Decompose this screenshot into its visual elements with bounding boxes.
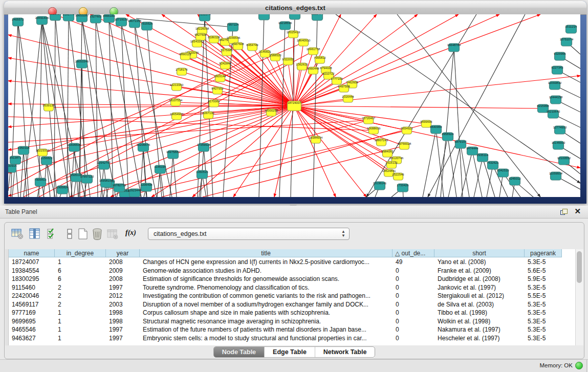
column-header-pagerank[interactable]: pagerank <box>525 249 562 257</box>
graph-edge[interactable] <box>294 106 391 165</box>
table-select-combo[interactable]: citations_edges.txt ▲▼ <box>148 228 350 240</box>
splitter-grip[interactable] <box>290 204 297 206</box>
vertical-scrollbar[interactable] <box>575 249 583 345</box>
graph-node-label: 19654903 <box>170 113 184 116</box>
graph-edge[interactable] <box>203 146 404 197</box>
graph-edge[interactable] <box>18 22 29 197</box>
column-header-short[interactable]: short <box>434 249 525 257</box>
graph-node-label: 16210643 <box>547 110 560 113</box>
network-canvas[interactable]: 2405572206914069519814919177410653287152… <box>8 14 580 197</box>
scrollbar-thumb[interactable] <box>577 251 582 283</box>
table-panel-header[interactable]: Table Panel ✕ <box>0 206 588 218</box>
graph-edge[interactable] <box>259 16 264 197</box>
float-panel-icon[interactable] <box>560 209 568 215</box>
table-row[interactable]: 911546021997Tourette syndrome. Phenomeno… <box>9 283 562 292</box>
tab-edge-table[interactable]: Edge Table <box>265 347 315 357</box>
table-cell: 0 <box>393 334 434 343</box>
graph-node-label: 10653287 <box>75 14 89 17</box>
graph-edge[interactable] <box>55 16 72 197</box>
table-cell: de Silva et al. (2003) <box>434 300 525 309</box>
graph-edge[interactable] <box>170 155 173 197</box>
graph-edge[interactable] <box>96 19 98 197</box>
graph-edge[interactable] <box>49 106 294 107</box>
graph-edge[interactable] <box>121 130 407 197</box>
graph-node-label: 8215958 <box>537 104 549 107</box>
table-cell: 6 <box>55 267 106 275</box>
graph-edge[interactable] <box>67 17 69 197</box>
window-titlebar[interactable]: citations_edges.txt <box>4 1 586 15</box>
graph-node-label: 7955812 <box>314 56 326 59</box>
delete-rows-icon[interactable] <box>91 228 104 240</box>
function-builder-icon[interactable]: f(x) <box>125 229 139 241</box>
memory-status-label: Memory: OK <box>539 362 573 368</box>
table-row[interactable]: 2242004622012Investigating the contribut… <box>9 292 562 300</box>
column-header-in_degree[interactable]: in_degree <box>55 249 106 257</box>
graph-node-label: 16961758 <box>307 48 320 51</box>
table-cell: 9463627 <box>9 334 55 343</box>
graph-node-label: 8990448 <box>307 67 319 70</box>
column-header-name[interactable]: name <box>9 249 55 257</box>
graph-edge[interactable] <box>487 165 493 197</box>
tab-node-table[interactable]: Node Table <box>214 347 265 357</box>
graph-edge[interactable] <box>294 14 499 106</box>
graph-edge[interactable] <box>313 16 317 197</box>
graph-node[interactable] <box>290 14 300 19</box>
graph-node[interactable] <box>259 14 270 20</box>
graph-edge[interactable] <box>294 14 540 106</box>
tab-network-table[interactable]: Network Table <box>315 347 375 357</box>
graph-node-label: 16145903 <box>552 141 565 144</box>
graph-edge[interactable] <box>294 106 580 168</box>
graph-edge[interactable] <box>233 106 294 197</box>
graph-edge[interactable] <box>454 48 463 197</box>
close-panel-icon[interactable]: ✕ <box>574 207 581 215</box>
table-row[interactable]: 1456911722003Disruption of a novel membe… <box>9 300 562 309</box>
table-row[interactable]: 946362711997Embryonic stem cells: a mode… <box>9 334 562 343</box>
table-settings-icon[interactable] <box>11 228 24 240</box>
graph-edge[interactable] <box>173 155 177 197</box>
column-header-title[interactable]: title <box>140 249 393 257</box>
graph-edge[interactable] <box>121 22 157 197</box>
graph-node-label: 1930914 <box>8 164 17 167</box>
status-bar: Memory: OK <box>0 359 588 372</box>
graph-edge[interactable] <box>294 14 377 106</box>
graph-node-label: 9191774 <box>62 14 75 16</box>
window-title: citations_edges.txt <box>4 4 586 12</box>
graph-node-label: 1206438 <box>140 183 153 186</box>
graph-edge[interactable] <box>18 22 44 197</box>
table-row[interactable]: 946554611997Estimation of the future num… <box>9 325 562 334</box>
graph-node-label: 18640910 <box>297 39 311 42</box>
column-header-out_de[interactable]: △ out_de... <box>393 249 434 257</box>
table-row[interactable]: 1938455462009Genome-wide association stu… <box>9 267 562 275</box>
table-row[interactable]: 1872400712008Changes of HCN gene express… <box>9 258 562 267</box>
graph-node-label: 10688609 <box>367 127 381 130</box>
graph-node-label: 3913871 <box>9 156 21 159</box>
graph-edge[interactable] <box>54 14 294 106</box>
select-rows-icon[interactable] <box>46 228 59 240</box>
graph-edge[interactable] <box>294 106 543 108</box>
graph-edge[interactable] <box>397 14 540 197</box>
graph-edge[interactable] <box>109 18 113 197</box>
graph-edge[interactable] <box>109 18 141 197</box>
table-cell: 1 <box>55 334 106 343</box>
graph-edge[interactable] <box>423 129 436 197</box>
graph-node-label: 14524861 <box>382 169 396 172</box>
table-column-icon[interactable] <box>28 228 41 240</box>
new-table-icon[interactable] <box>76 228 90 240</box>
graph-edge[interactable] <box>121 22 128 197</box>
graph-edge[interactable] <box>336 14 580 183</box>
table-row[interactable]: 969969511998Structural magnetic resonanc… <box>9 317 562 326</box>
column-header-year[interactable]: year <box>106 249 140 257</box>
graph-node-label: 2967608 <box>232 42 244 46</box>
graph-node-label: 9654923 <box>401 127 413 130</box>
graph-node-label: 17359928 <box>197 143 211 146</box>
graph-node-label: 8466160 <box>103 14 115 17</box>
row-height-icon[interactable] <box>63 228 76 240</box>
table-cell: 1 <box>55 309 106 317</box>
table-cell: 6 <box>55 275 106 283</box>
table-row[interactable]: 1830029562008Estimation of significance … <box>9 275 562 283</box>
table-row[interactable]: 977716911998Corpus callosum shape and si… <box>9 309 562 317</box>
table-cell: 1997 <box>106 283 140 292</box>
graph-edge[interactable] <box>294 106 426 124</box>
graph-node-label: 9242848 <box>219 62 231 65</box>
table-panel: Table Panel ✕ <box>0 206 588 372</box>
